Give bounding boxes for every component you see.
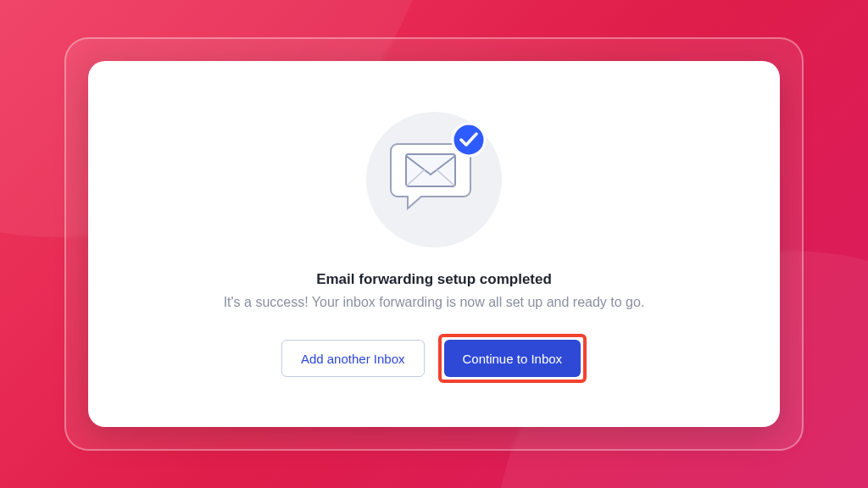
checkmark-badge-icon — [451, 122, 487, 161]
success-illustration — [366, 112, 502, 247]
success-dialog: Email forwarding setup completed It's a … — [88, 61, 780, 427]
dialog-actions: Add another Inbox Continue to Inbox — [281, 334, 587, 383]
svg-rect-0 — [406, 154, 455, 186]
dialog-subtitle: It's a success! Your inbox forwarding is… — [224, 295, 645, 310]
add-another-inbox-button[interactable]: Add another Inbox — [281, 340, 425, 377]
dialog-frame: Email forwarding setup completed It's a … — [64, 37, 804, 451]
dialog-title: Email forwarding setup completed — [316, 271, 552, 288]
svg-point-1 — [453, 124, 485, 156]
continue-to-inbox-button[interactable]: Continue to Inbox — [444, 340, 581, 377]
highlighted-action: Continue to Inbox — [438, 334, 587, 383]
